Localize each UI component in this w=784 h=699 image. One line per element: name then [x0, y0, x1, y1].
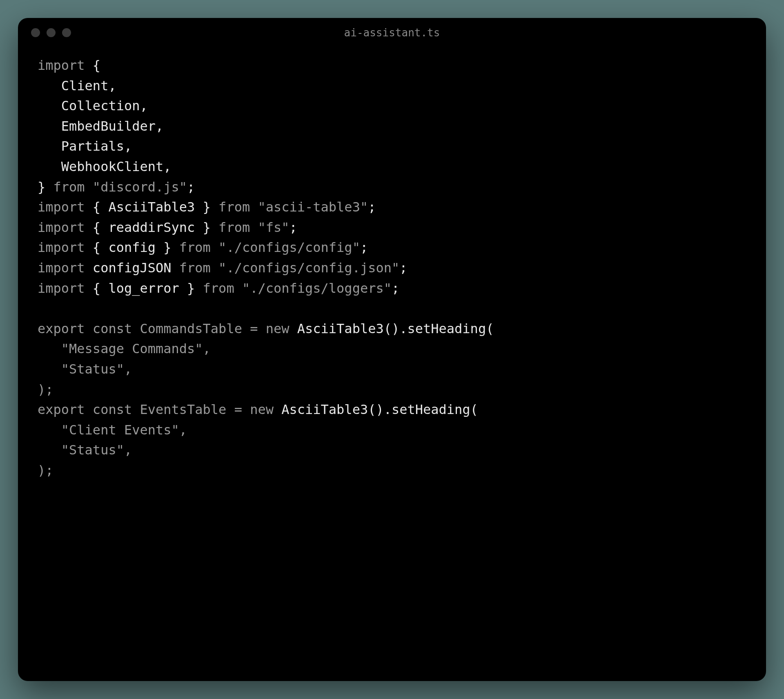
- code-token: import: [38, 240, 93, 255]
- code-token: Client: [61, 78, 109, 93]
- code-token: import: [38, 260, 93, 276]
- code-token: from: [179, 260, 218, 276]
- code-area[interactable]: import { Client, Collection, EmbedBuilde…: [18, 47, 766, 681]
- code-token: export: [38, 321, 93, 336]
- code-token: [38, 138, 61, 154]
- code-token: [38, 78, 61, 93]
- code-token: ;: [290, 220, 297, 235]
- code-token: { readdirSync }: [93, 220, 218, 235]
- code-token: WebhookClient: [61, 159, 163, 174]
- code-token: CommandsTable: [140, 321, 250, 336]
- code-token: );: [38, 382, 53, 397]
- code-token: Collection: [61, 98, 140, 114]
- code-token: {: [93, 58, 100, 73]
- code-token: const: [93, 402, 140, 417]
- code-token: =: [250, 321, 266, 336]
- code-token: { log_error }: [93, 280, 203, 296]
- code-token: import: [38, 199, 93, 215]
- code-token: EmbedBuilder: [61, 118, 156, 134]
- code-token: [38, 118, 61, 134]
- code-token: "./configs/config": [218, 240, 360, 255]
- code-token: import: [38, 220, 93, 235]
- code-token: "Client Events": [61, 422, 179, 438]
- code-token: new: [250, 402, 281, 417]
- code-token: );: [38, 463, 53, 478]
- code-token: ;: [368, 199, 376, 215]
- code-token: AsciiTable3().setHeading(: [297, 321, 494, 336]
- code-token: }: [38, 179, 53, 195]
- close-button[interactable]: [31, 28, 40, 37]
- code-token: ,: [179, 422, 187, 438]
- code-token: ,: [156, 118, 163, 134]
- code-content: import { Client, Collection, EmbedBuilde…: [38, 56, 746, 481]
- code-token: from: [203, 280, 242, 296]
- code-token: import: [38, 58, 93, 73]
- code-token: EventsTable: [140, 402, 234, 417]
- code-token: import: [38, 280, 93, 296]
- code-token: { config }: [93, 240, 179, 255]
- code-token: ,: [124, 138, 132, 154]
- maximize-button[interactable]: [62, 28, 71, 37]
- code-token: ,: [203, 341, 211, 356]
- code-token: Partials: [61, 138, 124, 154]
- code-token: new: [266, 321, 297, 336]
- code-token: "Status": [61, 442, 124, 458]
- code-token: ;: [392, 280, 399, 296]
- code-token: "Status": [61, 361, 124, 377]
- code-token: "ascii-table3": [258, 199, 368, 215]
- window-title: ai-assistant.ts: [344, 27, 440, 39]
- code-token: [38, 361, 61, 377]
- code-token: "discord.js": [93, 179, 187, 195]
- code-token: ;: [187, 179, 195, 195]
- editor-window: ai-assistant.ts import { Client, Collect…: [18, 18, 766, 681]
- code-token: from: [53, 179, 93, 195]
- code-token: { AsciiTable3 }: [93, 199, 218, 215]
- code-token: [38, 159, 61, 174]
- code-token: ;: [399, 260, 407, 276]
- code-token: [38, 341, 61, 356]
- code-token: =: [234, 402, 250, 417]
- code-token: ,: [163, 159, 171, 174]
- code-token: ;: [360, 240, 368, 255]
- code-token: "./configs/config.json": [218, 260, 399, 276]
- code-token: [38, 98, 61, 114]
- code-token: ,: [124, 442, 132, 458]
- code-token: from: [179, 240, 218, 255]
- code-token: export: [38, 402, 93, 417]
- code-token: ,: [108, 78, 116, 93]
- code-token: from: [218, 220, 258, 235]
- code-token: "Message Commands": [61, 341, 203, 356]
- minimize-button[interactable]: [47, 28, 56, 37]
- code-token: ,: [140, 98, 147, 114]
- code-token: const: [93, 321, 140, 336]
- code-token: "fs": [258, 220, 289, 235]
- code-token: ,: [124, 361, 132, 377]
- code-token: from: [218, 199, 258, 215]
- titlebar: ai-assistant.ts: [18, 18, 766, 47]
- traffic-lights: [31, 28, 71, 37]
- code-token: configJSON: [93, 260, 179, 276]
- code-token: "./configs/loggers": [242, 280, 392, 296]
- code-token: [38, 422, 61, 438]
- code-token: [38, 442, 61, 458]
- code-token: AsciiTable3().setHeading(: [281, 402, 478, 417]
